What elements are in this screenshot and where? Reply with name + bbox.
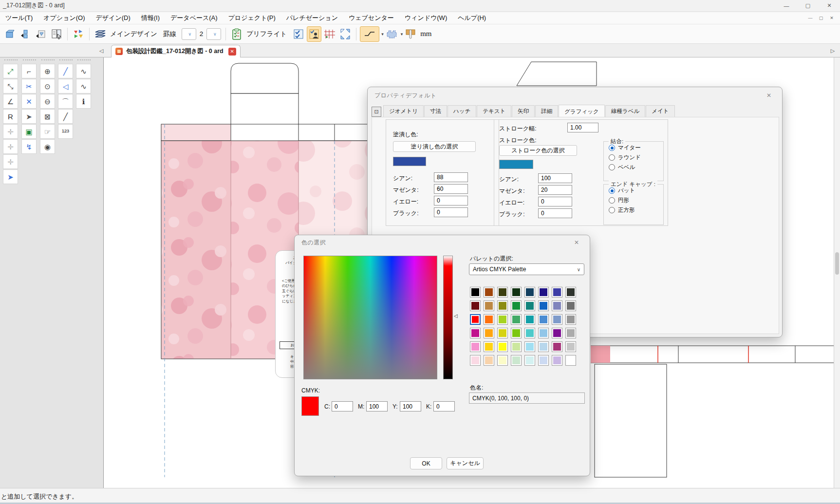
palette-swatch[interactable] bbox=[511, 341, 522, 352]
tab-scroll-left-icon[interactable]: ◁ bbox=[96, 46, 106, 56]
stroke-black-input[interactable] bbox=[538, 208, 572, 218]
maximize-button[interactable]: ▢ bbox=[797, 0, 819, 11]
palette-swatch[interactable] bbox=[511, 355, 522, 366]
palette-drag-handle[interactable] bbox=[4, 59, 18, 63]
menu-item[interactable]: プロジェクト(P) bbox=[223, 12, 281, 24]
stroke-magenta-input[interactable] bbox=[538, 185, 572, 195]
c-input[interactable] bbox=[332, 401, 353, 411]
scale-combo-right[interactable]: ∨ bbox=[206, 28, 221, 40]
preflight-clipboard-icon[interactable] bbox=[229, 26, 244, 42]
grid-icon[interactable] bbox=[322, 26, 337, 42]
palette-swatch[interactable] bbox=[552, 341, 562, 352]
join-option-bevel[interactable]: ベベル bbox=[609, 164, 663, 171]
palette-swatch[interactable] bbox=[511, 328, 522, 338]
palette-swatch[interactable] bbox=[511, 314, 522, 325]
menu-item[interactable]: ツール(T) bbox=[0, 12, 38, 24]
fill-cyan-input[interactable] bbox=[434, 172, 468, 182]
radius-tool[interactable]: R bbox=[3, 109, 18, 124]
fill-magenta-input[interactable] bbox=[434, 184, 468, 194]
polygon-icon[interactable] bbox=[384, 26, 399, 42]
palette-swatch[interactable] bbox=[470, 355, 481, 366]
tab-scroll-right-icon[interactable]: ▷ bbox=[828, 46, 838, 56]
menu-item[interactable]: パレチゼーション bbox=[281, 12, 343, 24]
vertical-scrollbar[interactable] bbox=[834, 57, 840, 488]
palette-swatch[interactable] bbox=[524, 300, 535, 311]
palette-swatch[interactable] bbox=[524, 314, 535, 325]
stroke-yellow-input[interactable] bbox=[538, 197, 572, 206]
angle-tool[interactable]: ∠ bbox=[3, 94, 18, 109]
palette-swatch[interactable] bbox=[470, 314, 481, 325]
zigzag-dropdown-caret[interactable]: ▾ bbox=[381, 32, 384, 37]
palette-drag-handle[interactable] bbox=[59, 59, 73, 63]
palette-swatch[interactable] bbox=[538, 328, 549, 338]
palette-swatch[interactable] bbox=[552, 314, 562, 325]
color-dialog-titlebar[interactable]: 色の選択 ✕ bbox=[295, 235, 590, 250]
palette-swatch[interactable] bbox=[538, 314, 549, 325]
palette-swatch[interactable] bbox=[470, 341, 481, 352]
m-input[interactable] bbox=[366, 401, 388, 411]
menu-item[interactable]: デザイン(D) bbox=[91, 12, 136, 24]
palette-swatch[interactable] bbox=[497, 328, 508, 338]
view-mode-tool[interactable]: ◉ bbox=[40, 139, 55, 154]
palette-swatch[interactable] bbox=[538, 300, 549, 311]
palette-swatch[interactable] bbox=[524, 355, 535, 366]
palette-swatch[interactable] bbox=[565, 314, 576, 325]
palette-swatch[interactable] bbox=[524, 287, 535, 298]
cancel-button[interactable]: キャンセル bbox=[447, 457, 484, 469]
stretch-tool[interactable]: ▣ bbox=[21, 124, 37, 139]
palette-swatch[interactable] bbox=[565, 355, 576, 366]
palette-swatch[interactable] bbox=[484, 328, 494, 338]
tab-mate[interactable]: メイト bbox=[646, 105, 674, 117]
scale-combo-left[interactable]: ∨ bbox=[182, 28, 196, 40]
endcap-option-butt[interactable]: バット bbox=[609, 187, 663, 194]
document-tab[interactable]: 包装設計図鑑_17-012開き図 - 0 ard ✕ bbox=[111, 45, 241, 57]
menu-item[interactable]: ウィンドウ(W) bbox=[399, 12, 452, 24]
palette-swatch[interactable] bbox=[497, 287, 508, 298]
menu-item[interactable]: オプション(O) bbox=[38, 12, 90, 24]
tab-linetype-label[interactable]: 線種ラベル bbox=[605, 105, 645, 117]
select-fill-color-button[interactable]: 塗り潰し色の選択 bbox=[393, 141, 476, 152]
polygon-dropdown-caret[interactable]: ▾ bbox=[401, 32, 403, 37]
palette-swatch[interactable] bbox=[497, 314, 508, 325]
properties-dialog-close-icon[interactable]: ✕ bbox=[763, 90, 775, 101]
stroke-cyan-input[interactable] bbox=[538, 173, 572, 183]
app-cube-icon[interactable] bbox=[2, 26, 17, 42]
layers-icon[interactable] bbox=[93, 26, 108, 42]
endcap-option-square[interactable]: 正方形 bbox=[609, 206, 663, 214]
palette-swatch[interactable] bbox=[511, 300, 522, 311]
paste-icon[interactable] bbox=[18, 26, 33, 42]
palette-swatch[interactable] bbox=[552, 328, 562, 338]
tab-text[interactable]: テキスト bbox=[477, 105, 511, 117]
palette-swatch[interactable] bbox=[484, 314, 494, 325]
join-option-round[interactable]: ラウンド bbox=[609, 154, 663, 161]
palette-swatch[interactable] bbox=[484, 355, 494, 366]
palette-swatch[interactable] bbox=[470, 328, 481, 338]
palette-drag-handle[interactable] bbox=[41, 59, 55, 63]
palette-swatch[interactable] bbox=[484, 341, 494, 352]
palette-swatch[interactable] bbox=[470, 287, 481, 298]
y-input[interactable] bbox=[400, 401, 421, 411]
zigzag-line-icon[interactable] bbox=[360, 26, 379, 42]
palette-dropdown[interactable]: Artios CMYK Palette ∨ bbox=[469, 263, 584, 275]
corner-tool[interactable]: ⌐ bbox=[21, 64, 37, 78]
pan-tool[interactable]: ☞ bbox=[40, 124, 55, 139]
join-option-miter[interactable]: マイター bbox=[609, 144, 663, 151]
palette-swatch[interactable] bbox=[497, 355, 508, 366]
cut-tool[interactable]: ✂ bbox=[21, 79, 37, 93]
palette-swatch[interactable] bbox=[538, 287, 549, 298]
import-doc-icon[interactable] bbox=[49, 26, 64, 42]
palette-swatch[interactable] bbox=[552, 355, 562, 366]
fill-yellow-input[interactable] bbox=[434, 196, 468, 205]
palette-swatch[interactable] bbox=[565, 328, 576, 338]
zoom-extents-tool[interactable]: ⊠ bbox=[40, 109, 55, 124]
ok-button[interactable]: OK bbox=[410, 457, 442, 469]
palette-swatch[interactable] bbox=[484, 300, 494, 311]
palette-swatch[interactable] bbox=[538, 355, 549, 366]
palette-swatch[interactable] bbox=[565, 287, 576, 298]
palette-swatch[interactable] bbox=[497, 341, 508, 352]
k-input[interactable] bbox=[433, 401, 455, 411]
pushpin-icon[interactable] bbox=[403, 26, 418, 42]
palette-swatch[interactable] bbox=[524, 328, 535, 338]
hue-saturation-field[interactable] bbox=[303, 256, 437, 379]
menu-item[interactable]: ウェブセンター bbox=[343, 12, 399, 24]
